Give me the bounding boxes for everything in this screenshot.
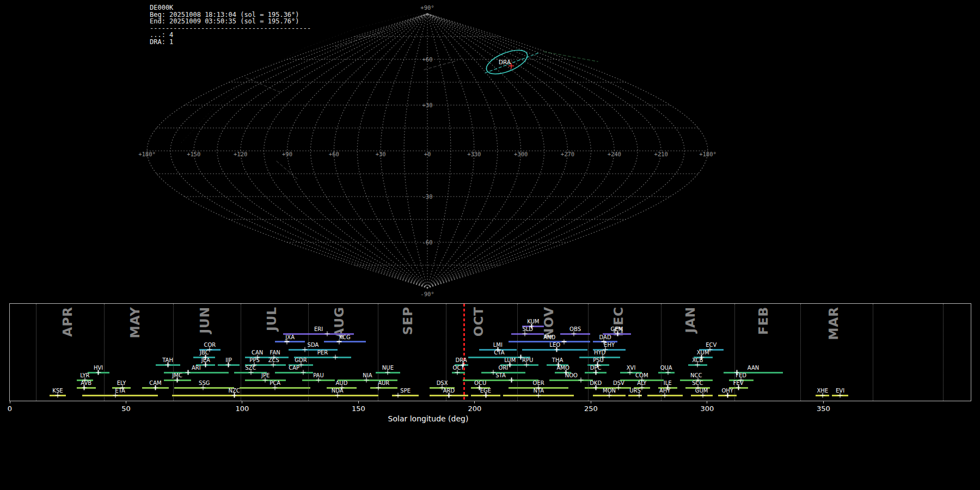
shower-peak-marker [333, 355, 338, 360]
shower-peak-marker [271, 363, 276, 367]
shower-peak-marker [273, 385, 278, 390]
axis-tick-label: 100 [236, 405, 249, 413]
map-coordinate-labels: +180°+150+120+90+60+30+0+330+300+270+240… [138, 4, 716, 297]
shower-bar [275, 341, 305, 342]
shower-peak-marker [336, 339, 341, 344]
longitude-label: +270 [561, 151, 574, 157]
map-grid [147, 14, 708, 288]
shower-bar [324, 341, 366, 342]
shower-peak-marker [232, 393, 237, 398]
shower-peak-marker [554, 347, 559, 352]
shower-peak-marker [455, 370, 460, 375]
map-meridian [287, 14, 428, 288]
shower-bar [289, 349, 338, 351]
axis-tick [10, 401, 10, 403]
month-label: FEB [756, 307, 770, 335]
shower-code-label: CTA [494, 350, 504, 356]
axis-tick [474, 401, 475, 403]
axis-tick-label: 350 [817, 405, 830, 413]
shower-code-label: ARI [192, 365, 201, 371]
map-meridian [427, 14, 638, 288]
shower-peak-marker [579, 378, 584, 383]
shower-peak-marker [113, 393, 118, 398]
shower-peak-marker [396, 393, 401, 398]
meteor-track [246, 78, 281, 93]
shower-peak-marker [376, 385, 381, 390]
shower-peak-marker [153, 385, 158, 390]
map-meridian [427, 14, 591, 288]
shower-peak-marker [55, 393, 60, 398]
shower-peak-marker [166, 363, 170, 367]
meteor-track [335, 32, 383, 47]
shower-peak-marker [175, 378, 180, 383]
axis-tick-label: 300 [700, 405, 714, 413]
shower-peak-marker [662, 393, 667, 398]
axis-tick-label: 200 [468, 405, 481, 413]
shower-code-label: AAN [748, 365, 759, 371]
shower-peak-marker [364, 378, 369, 383]
shower-peak-marker [203, 363, 208, 367]
month-gridline [446, 304, 446, 401]
axis-tick-label: 50 [121, 405, 131, 413]
latitude-label: +90° [420, 4, 434, 11]
shower-peak-marker [385, 370, 390, 375]
month-label: JUL [265, 307, 279, 331]
month-gridline [173, 304, 174, 401]
shower-peak-marker [628, 370, 633, 375]
axis-tick [707, 401, 707, 403]
map-meridian [427, 14, 661, 288]
shower-code-label: NOO [565, 373, 578, 378]
observation-info: DE000K Beg: 20251008 18:13:04 (sol = 195… [150, 4, 311, 45]
axis-tick-label: 0 [8, 405, 12, 413]
shower-peak-marker [201, 385, 206, 390]
map-meridian [427, 14, 568, 288]
separator-line: ----------------------------------------… [150, 25, 311, 32]
x-axis-title: Solar longitude (deg) [388, 414, 469, 423]
map-meridian [170, 14, 427, 288]
map-meridian [264, 14, 427, 288]
map-meridian [310, 14, 427, 288]
radiant-code-label: DRA [499, 59, 511, 65]
month-gridline [873, 304, 873, 401]
shower-peak-marker [491, 370, 496, 375]
shower-peak-marker [302, 347, 307, 352]
shower-peak-marker [524, 363, 529, 367]
longitude-label: +120 [234, 151, 247, 157]
shower-peak-marker [536, 393, 541, 398]
shower-code-label: PER [317, 350, 328, 356]
map-meridian [217, 14, 427, 288]
longitude-label: +90 [282, 151, 292, 157]
shower-peak-marker [700, 393, 705, 398]
latitude-label: -60 [422, 239, 433, 246]
map-meridian [241, 14, 427, 288]
radiant-ellipse [483, 45, 531, 78]
end-time: End: 20251009 03:50:35 (sol = 195.76°) [150, 18, 311, 25]
map-meridian [381, 14, 427, 288]
shower-bar [549, 379, 593, 381]
shower-code-label: AND [543, 335, 555, 340]
dra-count: DRA: 1 [150, 39, 311, 46]
activity-timeline-plot-area: APRMAYJUNJULAUGSEPOCTNOVDECJANFEBMARKUME… [10, 304, 971, 401]
axis-tick [591, 401, 591, 403]
radiant-map-screen: DE000K Beg: 20251008 18:13:04 (sol = 195… [0, 0, 980, 490]
month-label: SEP [401, 307, 415, 335]
shower-code-label: ORI [499, 365, 509, 371]
longitude-label: +150 [187, 151, 200, 157]
shower-peak-marker [249, 370, 254, 375]
meteor-track [277, 161, 298, 180]
shower-peak-marker [593, 385, 598, 390]
month-label: OCT [471, 307, 486, 336]
map-meridian [427, 14, 544, 288]
longitude-label: +240 [608, 151, 621, 157]
meteor-track [485, 53, 539, 73]
month-label: JUN [198, 307, 212, 333]
shower-peak-marker [284, 339, 289, 344]
month-gridline [104, 304, 105, 401]
shower-peak-marker [838, 393, 843, 398]
sky-map: +180°+150+120+90+60+30+0+330+300+270+240… [0, 0, 980, 303]
shower-peak-marker [324, 332, 329, 336]
shower-code-label: ERI [314, 327, 323, 332]
shower-peak-marker [636, 393, 641, 398]
meteor-tracks [246, 32, 598, 180]
month-gridline [661, 304, 661, 401]
